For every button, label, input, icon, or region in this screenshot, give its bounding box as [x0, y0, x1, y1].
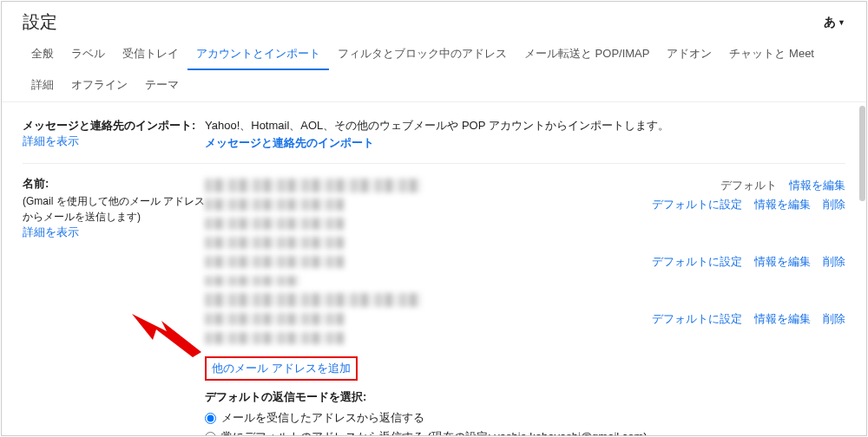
- add-address-link[interactable]: 他のメール アドレスを追加: [212, 362, 351, 375]
- address-row: デフォルト 情報を編集: [205, 176, 845, 195]
- delete-link[interactable]: 削除: [823, 254, 845, 270]
- reply-mode-option-2-label: 常にデフォルトのアドレスから返信する (現在の設定: yashio.kobaya…: [221, 429, 648, 436]
- address-row: デフォルトに設定 情報を編集 削除: [205, 252, 845, 271]
- address-row: デフォルトに設定 情報を編集 削除: [205, 195, 845, 214]
- chevron-down-icon: ▼: [838, 18, 845, 27]
- tab-filters[interactable]: フィルタとブロック中のアドレス: [329, 39, 516, 70]
- import-action-link[interactable]: メッセージと連絡先のインポート: [205, 136, 374, 149]
- tab-labels[interactable]: ラベル: [62, 39, 114, 70]
- redacted-address: [205, 313, 344, 325]
- delete-link[interactable]: 削除: [823, 311, 845, 327]
- add-address-highlight: 他のメール アドレスを追加: [205, 356, 358, 381]
- svg-marker-0: [132, 314, 201, 357]
- reply-mode-option-2[interactable]: 常にデフォルトのアドレスから返信する (現在の設定: yashio.kobaya…: [205, 427, 845, 436]
- tab-chat-meet[interactable]: チャットと Meet: [720, 39, 823, 70]
- redacted-address: [205, 276, 300, 286]
- tab-themes[interactable]: テーマ: [136, 70, 187, 101]
- name-learn-more-link[interactable]: 詳細を表示: [23, 225, 79, 238]
- set-default-link[interactable]: デフォルトに設定: [652, 197, 742, 212]
- redacted-address: [205, 218, 344, 230]
- import-learn-more-link[interactable]: 詳細を表示: [23, 134, 79, 147]
- address-row: [205, 233, 845, 252]
- annotation-arrow-icon: [132, 314, 201, 357]
- reply-mode-radio-1[interactable]: [205, 413, 216, 424]
- address-row: [205, 214, 845, 233]
- name-section-sub: (Gmail を使用して他のメール アドレスからメールを送信します): [23, 193, 205, 225]
- address-row: [205, 329, 845, 348]
- page-title: 設定: [23, 10, 57, 34]
- edit-info-link[interactable]: 情報を編集: [754, 197, 811, 212]
- default-label: デフォルト: [720, 178, 777, 193]
- set-default-link[interactable]: デフォルトに設定: [652, 254, 742, 270]
- redacted-address: [205, 179, 422, 192]
- name-section-label: 名前:: [23, 177, 49, 190]
- language-selector[interactable]: あ ▼: [824, 15, 845, 30]
- reply-mode-radio-2[interactable]: [205, 432, 216, 437]
- redacted-address: [205, 256, 344, 268]
- redacted-address: [205, 237, 344, 249]
- reply-mode-option-1[interactable]: メールを受信したアドレスから返信する: [205, 408, 845, 427]
- import-description: Yahoo!、Hotmail、AOL、その他のウェブメールや POP アカウント…: [205, 118, 845, 134]
- tab-accounts-import[interactable]: アカウントとインポート: [187, 39, 329, 70]
- address-row: [205, 271, 845, 290]
- reply-mode-title: デフォルトの返信モードを選択:: [205, 389, 845, 405]
- settings-tabs: 全般 ラベル 受信トレイ アカウントとインポート フィルタとブロック中のアドレス…: [2, 39, 866, 102]
- address-row: デフォルトに設定 情報を編集 削除: [205, 310, 845, 329]
- reply-mode-option-1-label: メールを受信したアドレスから返信する: [221, 410, 424, 426]
- scrollbar[interactable]: [859, 106, 865, 201]
- tab-general[interactable]: 全般: [23, 39, 62, 70]
- edit-info-link[interactable]: 情報を編集: [754, 254, 811, 270]
- tab-addons[interactable]: アドオン: [658, 39, 720, 70]
- tab-advanced[interactable]: 詳細: [23, 70, 62, 101]
- tab-offline[interactable]: オフライン: [62, 70, 136, 101]
- edit-info-link[interactable]: 情報を編集: [789, 178, 845, 193]
- redacted-address: [205, 199, 344, 211]
- tab-forwarding-pop-imap[interactable]: メール転送と POP/IMAP: [516, 39, 658, 70]
- import-section-label: メッセージと連絡先のインポート:: [23, 119, 195, 132]
- address-row: [205, 290, 845, 310]
- redacted-address: [205, 332, 344, 344]
- language-label: あ: [824, 15, 836, 30]
- redacted-address: [205, 293, 422, 307]
- set-default-link[interactable]: デフォルトに設定: [652, 311, 742, 327]
- delete-link[interactable]: 削除: [823, 197, 845, 212]
- tab-inbox[interactable]: 受信トレイ: [114, 39, 187, 70]
- edit-info-link[interactable]: 情報を編集: [754, 311, 811, 327]
